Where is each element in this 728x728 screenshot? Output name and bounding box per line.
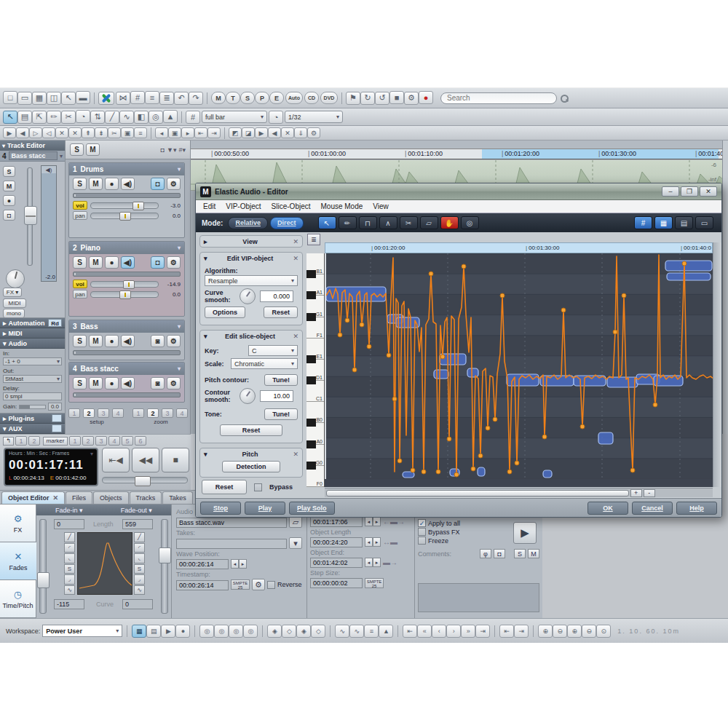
solo-button[interactable]: S (73, 178, 87, 190)
spin-right-icon[interactable]: ▸ (373, 558, 381, 567)
current-track-row[interactable]: 4 Bass stacc ▾ (0, 151, 65, 162)
fx-button[interactable]: FX ▾ (3, 288, 22, 297)
in-select[interactable]: -1 + 0▾ (3, 357, 62, 365)
contour-smooth-knob[interactable] (240, 388, 256, 404)
search-icon[interactable] (560, 94, 569, 103)
cd-button[interactable]: CD (304, 92, 319, 104)
fwd-icon[interactable]: › (446, 625, 461, 638)
marker-button[interactable]: marker (43, 437, 68, 446)
zoom-a-icon[interactable]: ⊕ (538, 625, 553, 638)
unlock-icon[interactable]: ◙ (151, 377, 165, 389)
num-button-1[interactable]: 1 (69, 436, 81, 446)
select-arrow-icon[interactable]: ↖ (318, 216, 336, 229)
cursor-tool-icon[interactable]: ↖ (3, 111, 17, 124)
monitor-icon[interactable]: ◀) (121, 178, 135, 190)
algorithm-select[interactable]: Resample▾ (205, 275, 298, 286)
edge-left-icon[interactable]: ⇤ (194, 127, 207, 138)
fade-in-dropdown[interactable]: Fade-in ▾ (55, 507, 83, 514)
gear-icon[interactable]: ⚙ (167, 335, 181, 347)
chevron-down-icon[interactable]: ▾ (90, 451, 93, 457)
settings-gear-icon[interactable]: ⚙ (404, 92, 419, 105)
read-badge[interactable]: Rd (48, 319, 62, 327)
lock-icon[interactable]: ◘ (151, 256, 165, 269)
track-m-button[interactable]: M (211, 92, 226, 104)
grid-value-dropdown[interactable]: full bar▾ (202, 111, 267, 123)
tab-objects[interactable]: Objects (93, 491, 129, 504)
split-icon[interactable]: ✂ (108, 127, 121, 138)
wave-zoom-2-icon[interactable]: ∿ (349, 625, 364, 638)
glue-icon[interactable]: ▣ (121, 127, 134, 138)
scissors-icon[interactable]: ✂ (400, 216, 418, 229)
track-s-button[interactable]: S (240, 92, 255, 104)
search-input[interactable] (440, 92, 557, 104)
monitor-icon[interactable]: ◀) (121, 256, 135, 269)
undo-icon[interactable]: ↶ (174, 92, 189, 105)
quantize-icon[interactable]: ◔ (269, 111, 283, 124)
gear-icon[interactable]: ⚙ (167, 256, 181, 269)
record-small-icon[interactable]: ● (175, 625, 190, 638)
workspace-grid-icon[interactable]: ▦ (132, 625, 146, 638)
view-panel-header[interactable]: ▸View✕ (200, 236, 302, 247)
record-button[interactable]: ● (3, 195, 15, 206)
num-button-6[interactable]: 6 (135, 436, 146, 446)
reverse-checkbox[interactable] (267, 581, 275, 589)
close-icon[interactable]: ✕ (293, 451, 298, 458)
delay-field[interactable]: 0 smpl (3, 392, 62, 400)
volume-slider[interactable] (90, 281, 159, 288)
edge-right-icon[interactable]: ⇥ (207, 127, 221, 138)
snap-icon[interactable]: # (130, 91, 145, 104)
del-all-icon[interactable]: ✕ (68, 127, 82, 138)
num-button-1[interactable]: 1 (68, 408, 80, 418)
quantize-dropdown[interactable]: 1/32▾ (285, 111, 343, 123)
track-editor-header[interactable]: ▾Track Editor (0, 141, 65, 151)
curve-tool-icon[interactable]: ⇱ (32, 111, 47, 124)
tab-takes[interactable]: Takes (162, 491, 193, 504)
undo-range-icon[interactable]: ↰ (3, 437, 14, 446)
zoom-c-icon[interactable]: ⊕ (567, 625, 582, 638)
piano-keyboard[interactable]: B1A1G1F1E1D1C1B0A0G0F0 (306, 253, 325, 487)
keyboard-toggle-icon[interactable]: ▦ (654, 216, 673, 229)
fade-shape-icon[interactable]: ╱ (64, 532, 75, 542)
aux-section[interactable]: ▾ AUX (0, 424, 65, 434)
wave-zoom-1-icon[interactable]: ∿ (335, 625, 349, 638)
dvd-button[interactable]: DVD (320, 92, 338, 104)
lock-small-icon[interactable]: ◘ (161, 146, 165, 154)
track-header[interactable]: 4Bass stacc▾ (69, 363, 184, 375)
object-end-field[interactable]: 00:01:42:02 (310, 558, 363, 568)
pan-slider[interactable] (90, 213, 159, 219)
go-start-icon[interactable]: ⇤ (403, 625, 417, 638)
black-key[interactable] (306, 419, 316, 427)
phase-button[interactable]: φ (480, 549, 491, 558)
play-loop-icon[interactable]: ▷ (29, 127, 42, 138)
vol-badge[interactable]: vol (73, 280, 87, 288)
tab-files[interactable]: Files (66, 491, 92, 504)
unlock-icon[interactable]: ◙ (151, 335, 165, 347)
gear-icon[interactable]: ⚙ (252, 579, 265, 590)
mute-button[interactable]: M (89, 256, 103, 269)
minimize-button[interactable]: – (662, 186, 679, 197)
stop-button[interactable]: Stop (200, 502, 241, 515)
zoom-in-button[interactable]: + (630, 489, 642, 497)
track-t-button[interactable]: T (226, 92, 240, 104)
marker-icon[interactable]: ⚑ (346, 92, 360, 105)
num-button-5[interactable]: 5 (122, 436, 133, 446)
fade-shape-icon[interactable]: ◟ (64, 553, 75, 563)
close-x-icon[interactable]: ✕ (281, 127, 294, 138)
mute-button[interactable]: M (89, 335, 103, 347)
timeline-ruler[interactable]: 00:00:50:0000:01:00:0000:01:10:0000:01:2… (191, 149, 722, 159)
out-select[interactable]: StMast▾ (3, 375, 62, 383)
fade-out-curve-value[interactable]: 0 (122, 599, 153, 609)
loop-icon[interactable]: ↻ (360, 92, 375, 105)
go-end-icon[interactable]: ⇥ (475, 625, 490, 638)
track-header[interactable]: 1Drums▾ (69, 163, 184, 175)
ok-button[interactable]: OK (587, 502, 628, 515)
stop-rec-icon[interactable]: ■ (389, 91, 404, 104)
piano-key-E1[interactable]: E1 (306, 339, 324, 360)
fade-shape-icon[interactable]: ╱ (134, 532, 145, 542)
step-size-field[interactable]: 00:00:00:02 (310, 578, 363, 588)
record-button[interactable]: ● (105, 178, 119, 190)
obj-right-icon[interactable]: ▸ (181, 127, 194, 138)
elastic-ruler[interactable]: 00:01:20:0000:01:30:0000:01:40:0 (325, 242, 713, 253)
range-up-icon[interactable]: ⇞ (82, 127, 95, 138)
back-loop-icon[interactable]: ◁ (42, 127, 55, 138)
